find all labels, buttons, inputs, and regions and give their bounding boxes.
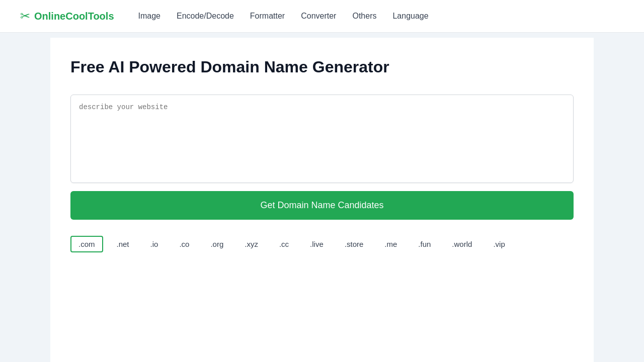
page-title: Free AI Powered Domain Name Generator [70, 58, 574, 76]
tld-item-io[interactable]: .io [143, 236, 166, 252]
tld-item-co[interactable]: .co [172, 236, 197, 252]
textarea-wrapper [70, 95, 574, 183]
nav-item-image[interactable]: Image [138, 12, 160, 21]
tld-item-store[interactable]: .store [337, 236, 371, 252]
nav-item-language[interactable]: Language [392, 12, 428, 21]
main-content: Free AI Powered Domain Name Generator Ge… [50, 38, 594, 362]
tld-item-me[interactable]: .me [377, 236, 405, 252]
logo[interactable]: ✂ OnlineCoolTools [20, 9, 114, 23]
logo-icon: ✂ [20, 9, 30, 23]
description-textarea[interactable] [71, 95, 573, 180]
nav-item-converter[interactable]: Converter [301, 12, 336, 21]
tld-item-fun[interactable]: .fun [411, 236, 438, 252]
site-header: ✂ OnlineCoolTools ImageEncode/DecodeForm… [0, 0, 644, 33]
logo-text: OnlineCoolTools [34, 11, 114, 22]
nav-item-others[interactable]: Others [352, 12, 376, 21]
tld-item-live[interactable]: .live [302, 236, 331, 252]
tld-item-xyz[interactable]: .xyz [237, 236, 266, 252]
tld-item-net[interactable]: .net [109, 236, 137, 252]
tld-item-com[interactable]: .com [70, 236, 103, 252]
generate-button[interactable]: Get Domain Name Candidates [70, 191, 574, 220]
tld-item-cc[interactable]: .cc [272, 236, 296, 252]
nav-item-encode-decode[interactable]: Encode/Decode [177, 12, 234, 21]
nav-item-formatter[interactable]: Formatter [250, 12, 285, 21]
tld-item-world[interactable]: .world [444, 236, 479, 252]
main-nav: ImageEncode/DecodeFormatterConverterOthe… [138, 12, 429, 21]
tld-item-vip[interactable]: .vip [486, 236, 512, 252]
tld-item-org[interactable]: .org [203, 236, 231, 252]
tld-section: .com.net.io.co.org.xyz.cc.live.store.me.… [70, 236, 574, 252]
